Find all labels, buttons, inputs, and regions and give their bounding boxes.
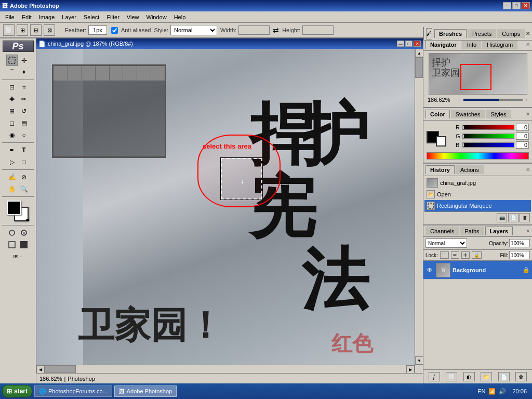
- layer-item-background[interactable]: 👁 背 Background 🔒: [423, 261, 532, 280]
- style-select[interactable]: Normal Fixed Ratio Fixed Size: [170, 25, 217, 35]
- tool-screen-full[interactable]: [18, 239, 30, 250]
- layer-visibility-icon[interactable]: 👁: [425, 266, 434, 274]
- tool-slice[interactable]: ⌗: [18, 82, 30, 93]
- horizontal-scrollbar[interactable]: ◀ ▶: [36, 365, 415, 373]
- bg-color-large[interactable]: [436, 136, 446, 147]
- tab-presets[interactable]: Presets: [468, 29, 496, 38]
- layers-panel-close[interactable]: ✕: [526, 228, 530, 234]
- red-slider[interactable]: [462, 125, 514, 130]
- tool-brush[interactable]: ✏: [18, 94, 30, 105]
- tab-navigator[interactable]: Navigator: [425, 40, 461, 49]
- feather-input[interactable]: [88, 25, 107, 35]
- history-delete-btn[interactable]: 🗑: [520, 213, 530, 222]
- scroll-thumb-h[interactable]: [45, 365, 76, 373]
- history-new-snapshot-btn[interactable]: 📷: [497, 213, 507, 222]
- tool-history-brush[interactable]: ↺: [18, 105, 30, 117]
- tool-path-select[interactable]: ▷: [6, 156, 18, 168]
- tab-actions[interactable]: Actions: [456, 165, 484, 174]
- lock-position-btn[interactable]: ✛: [461, 251, 470, 259]
- maximize-button[interactable]: □: [512, 2, 521, 9]
- history-item-open[interactable]: 📂 Open: [424, 189, 531, 200]
- lock-transparent-btn[interactable]: ⬚: [440, 251, 449, 259]
- history-panel-close[interactable]: ✕: [526, 167, 530, 172]
- tool-eyedropper[interactable]: ⊘: [18, 171, 30, 183]
- tab-styles[interactable]: Styles: [486, 110, 511, 118]
- start-button[interactable]: ⊞ start: [2, 385, 32, 397]
- menu-image[interactable]: Image: [36, 13, 58, 21]
- scroll-down-btn[interactable]: ▼: [415, 356, 423, 365]
- close-button[interactable]: ✕: [522, 2, 530, 9]
- tool-eraser[interactable]: ◻: [6, 117, 18, 129]
- color-spectrum[interactable]: [427, 152, 529, 159]
- history-item-doc[interactable]: china_graf.jpg: [424, 177, 531, 189]
- brushes-panel-close[interactable]: ✕: [526, 31, 530, 36]
- tool-screen-normal[interactable]: [6, 239, 18, 250]
- tool-move[interactable]: ✛: [18, 55, 30, 66]
- scroll-track-v[interactable]: [415, 57, 423, 356]
- zoom-plus-btn[interactable]: +: [525, 97, 528, 103]
- intersect-selection-btn[interactable]: ⊠: [44, 24, 55, 36]
- tool-quickmask-mode[interactable]: [18, 227, 30, 238]
- tab-color[interactable]: Color: [425, 110, 450, 118]
- swap-colors-btn[interactable]: ⇄: [26, 218, 30, 222]
- navigator-panel-close[interactable]: ✕: [526, 42, 530, 47]
- minimize-button[interactable]: —: [503, 2, 511, 9]
- menu-help[interactable]: Help: [171, 13, 189, 21]
- menu-view[interactable]: View: [124, 13, 142, 21]
- tool-magic-wand[interactable]: ✦: [18, 66, 30, 78]
- new-selection-btn[interactable]: ⬜: [3, 24, 15, 36]
- tool-crop[interactable]: ⊡: [6, 82, 18, 93]
- taskbar-item-browser[interactable]: 🌐 PhotoshopForums.co...: [34, 385, 112, 397]
- tool-shape[interactable]: □: [18, 156, 30, 168]
- layer-group-btn[interactable]: 📁: [481, 372, 492, 381]
- layer-delete-btn[interactable]: 🗑: [515, 372, 527, 381]
- layer-mask-btn[interactable]: ⬜: [446, 372, 457, 381]
- tool-rectangular-marquee[interactable]: [6, 55, 18, 66]
- menu-filter[interactable]: Filter: [103, 13, 122, 21]
- antialias-checkbox[interactable]: [111, 27, 118, 34]
- lock-all-btn[interactable]: 🔒: [472, 251, 482, 259]
- scroll-track-h[interactable]: [45, 365, 406, 373]
- layer-adjustment-btn[interactable]: ◐: [463, 372, 475, 381]
- swap-wh-btn[interactable]: ⇄: [273, 26, 279, 34]
- tab-info[interactable]: Info: [462, 40, 481, 49]
- doc-minimize-btn[interactable]: —: [397, 41, 404, 47]
- layers-blend-mode-select[interactable]: Normal Multiply Screen: [425, 238, 467, 248]
- width-input[interactable]: [238, 25, 270, 35]
- tool-lasso[interactable]: ⌒: [6, 66, 18, 78]
- tool-zoom[interactable]: 🔍: [18, 183, 30, 195]
- color-panel-close[interactable]: ✕: [526, 111, 530, 117]
- taskbar-item-photoshop[interactable]: 🖼 Adobe Photoshop: [114, 385, 177, 397]
- tab-swatches[interactable]: Swatches: [451, 110, 485, 118]
- tool-hand[interactable]: ✋: [6, 183, 18, 195]
- brushes-icon-btn[interactable]: 🖌: [426, 28, 432, 39]
- history-item-marquee[interactable]: Rectangular Marquee: [424, 200, 531, 211]
- menu-layer[interactable]: Layer: [59, 13, 79, 21]
- tool-stamp[interactable]: ⊞: [6, 105, 18, 117]
- layer-new-btn[interactable]: 📄: [498, 372, 510, 381]
- image-canvas[interactable]: 捍 护 宪 法 卫家园！ 红色 select this area: [36, 49, 415, 365]
- tab-channels[interactable]: Channels: [425, 227, 459, 235]
- height-input[interactable]: [302, 25, 334, 35]
- lock-image-btn[interactable]: ✏: [451, 251, 459, 259]
- green-slider[interactable]: [462, 134, 514, 139]
- history-new-document-btn[interactable]: 📄: [508, 213, 518, 222]
- tool-text[interactable]: T: [18, 144, 30, 156]
- blue-slider[interactable]: [462, 142, 514, 148]
- menu-window[interactable]: Window: [143, 13, 170, 21]
- blue-value[interactable]: [516, 141, 529, 149]
- zoom-slider[interactable]: [463, 99, 522, 101]
- tool-healing[interactable]: ✚: [6, 94, 18, 105]
- tool-blur[interactable]: ◉: [6, 129, 18, 141]
- green-value[interactable]: [516, 132, 529, 140]
- menu-file[interactable]: File: [2, 13, 18, 21]
- menu-select[interactable]: Select: [81, 13, 103, 21]
- scroll-thumb-v[interactable]: [415, 57, 423, 78]
- tab-histogram[interactable]: Histogram: [482, 40, 517, 49]
- layer-styles-btn[interactable]: ƒ: [429, 372, 440, 381]
- tab-comps[interactable]: Comps: [497, 29, 525, 38]
- menu-edit[interactable]: Edit: [19, 13, 35, 21]
- add-selection-btn[interactable]: ⊞: [17, 24, 28, 36]
- red-value[interactable]: [516, 124, 529, 131]
- scroll-up-btn[interactable]: ▲: [415, 49, 423, 57]
